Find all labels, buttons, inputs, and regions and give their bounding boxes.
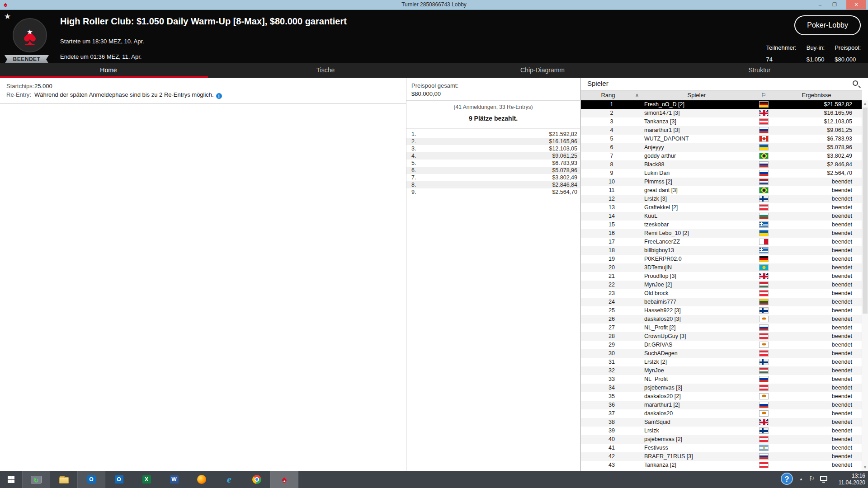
player-rank: 34 bbox=[581, 384, 642, 392]
player-rank: 28 bbox=[581, 332, 642, 341]
table-row[interactable]: 15tzeskobarbeendet bbox=[581, 221, 862, 229]
prize-place: 4. bbox=[411, 152, 416, 160]
table-row[interactable]: 17FreeLancerZZbeendet bbox=[581, 238, 862, 246]
scrollbar-thumb[interactable] bbox=[863, 108, 868, 314]
player-rank: 32 bbox=[581, 366, 642, 375]
table-row[interactable]: 42BRAER_71RUS [3]beendet bbox=[581, 452, 862, 461]
taskbar-clock[interactable]: 13:16 11.04.2020 bbox=[839, 473, 865, 486]
info-icon[interactable]: i bbox=[216, 93, 222, 99]
table-row[interactable]: 8Black88$2.846,84 bbox=[581, 160, 862, 169]
player-result: $12.103,05 bbox=[771, 117, 852, 126]
prize-amount: $6.783,93 bbox=[552, 160, 577, 167]
search-icon[interactable] bbox=[853, 80, 858, 86]
table-row[interactable]: 7goddy arthur$3.802,49 bbox=[581, 152, 862, 160]
table-row[interactable]: 27NL_Profit [2]beendet bbox=[581, 324, 862, 332]
poker-lobby-button[interactable]: Poker-Lobby bbox=[794, 15, 861, 35]
table-row[interactable]: 39Lrslzkbeendet bbox=[581, 427, 862, 435]
table-row[interactable]: 35daskalos20 [2]beendet bbox=[581, 392, 862, 401]
scroll-up-icon[interactable]: ▲ bbox=[862, 100, 868, 107]
minimize-button[interactable]: – bbox=[814, 0, 826, 9]
tab-tische[interactable]: Tische bbox=[217, 63, 434, 78]
tray-network-icon[interactable] bbox=[820, 476, 827, 481]
taskbar-app-internet-explorer[interactable]: e bbox=[216, 471, 243, 488]
player-result: beendet bbox=[771, 229, 852, 238]
table-row[interactable]: 14KuuLbeendet bbox=[581, 212, 862, 221]
table-row[interactable]: 2simon1471 [3]$16.165,96 bbox=[581, 109, 862, 117]
scroll-down-icon[interactable]: ▼ bbox=[862, 464, 868, 471]
tab-struktur[interactable]: Struktur bbox=[651, 63, 868, 78]
sort-ascending-icon[interactable]: ∧ bbox=[635, 90, 643, 100]
player-result: beendet bbox=[771, 221, 852, 229]
table-row[interactable]: 29Dr.GRIVASbeendet bbox=[581, 341, 862, 349]
table-row[interactable]: 9Lukin Dan$2.564,70 bbox=[581, 169, 862, 178]
table-row[interactable]: 37daskalos20beendet bbox=[581, 409, 862, 418]
table-row[interactable]: 21Proudflop [3]beendet bbox=[581, 272, 862, 281]
tournament-title: High Roller Club: $1.050 Daily Warm-Up [… bbox=[60, 16, 347, 27]
status-badge: BEENDET bbox=[5, 55, 49, 64]
player-rank: 16 bbox=[581, 229, 642, 238]
player-result: beendet bbox=[771, 332, 852, 341]
taskbar-app-chrome[interactable] bbox=[243, 471, 270, 488]
taskbar-app-excel[interactable]: X bbox=[133, 471, 160, 488]
table-row[interactable]: 18billbigboy13beendet bbox=[581, 246, 862, 255]
table-row[interactable]: 23Old brockbeendet bbox=[581, 289, 862, 298]
table-row[interactable]: 25Hasseh922 [3]beendet bbox=[581, 306, 862, 315]
table-row[interactable]: 38SamSquidbeendet bbox=[581, 418, 862, 427]
player-result: beendet bbox=[771, 272, 852, 281]
table-row[interactable]: 33NL_Profitbeendet bbox=[581, 375, 862, 384]
table-row[interactable]: 28CrownUpGuy [3]beendet bbox=[581, 332, 862, 341]
table-row[interactable]: 10Pimmss [2]beendet bbox=[581, 178, 862, 186]
table-row[interactable]: 203DTemujiNbeendet bbox=[581, 263, 862, 272]
taskbar-app-file-explorer[interactable] bbox=[50, 471, 77, 488]
player-rank: 40 bbox=[581, 435, 642, 444]
column-header-results[interactable]: Ergebnisse bbox=[771, 90, 862, 100]
player-name: Anjeyyy bbox=[644, 143, 753, 152]
table-row[interactable]: 30SuchADegenbeendet bbox=[581, 349, 862, 358]
column-header-rank[interactable]: Rang bbox=[581, 90, 635, 100]
table-row[interactable]: 4mararthur1 [3]$9.061,25 bbox=[581, 126, 862, 135]
taskbar-app-firefox[interactable] bbox=[188, 471, 215, 488]
stat-value: $80.000 bbox=[835, 56, 861, 63]
table-row[interactable]: 5WUTZ_DAPOINT$6.783,93 bbox=[581, 135, 862, 143]
table-row[interactable]: 6Anjeyyy$5.078,96 bbox=[581, 143, 862, 152]
table-row[interactable]: 24bebaimis777beendet bbox=[581, 298, 862, 306]
taskbar-app-outlook-2[interactable]: O bbox=[105, 471, 132, 488]
taskbar-app-pokerstars[interactable]: ♠★ bbox=[271, 471, 298, 488]
table-row[interactable]: 32MynJoebeendet bbox=[581, 366, 862, 375]
taskbar-app-outlook[interactable]: O bbox=[78, 471, 105, 488]
player-rank: 42 bbox=[581, 452, 642, 461]
taskbar-app-word[interactable]: W bbox=[160, 471, 188, 488]
tab-chip-diagramm[interactable]: Chip-Diagramm bbox=[434, 63, 651, 78]
table-row[interactable]: 11great dant [3]beendet bbox=[581, 186, 862, 195]
table-row[interactable]: 22MynJoe [2]beendet bbox=[581, 281, 862, 289]
tab-home[interactable]: Home bbox=[0, 63, 217, 78]
taskbar-app-start[interactable] bbox=[0, 471, 22, 488]
table-row[interactable]: 13Graftekkel [2]beendet bbox=[581, 203, 862, 212]
tray-flag-icon[interactable]: ⚐ bbox=[809, 475, 815, 482]
tray-expand-icon[interactable]: ▲ bbox=[799, 477, 803, 481]
player-name: mararthur1 [3] bbox=[644, 126, 753, 135]
column-header-flag-icon[interactable]: ⚐ bbox=[758, 90, 769, 100]
taskbar-app-remote-desktop[interactable]: ↻ bbox=[23, 471, 50, 488]
table-row[interactable]: 16Remi Lebo_10 [2]beendet bbox=[581, 229, 862, 238]
table-row[interactable]: 19P0KERPR02.0beendet bbox=[581, 255, 862, 263]
players-scrollbar[interactable]: ▲ ▼ bbox=[862, 100, 868, 471]
restore-button[interactable]: ❐ bbox=[828, 0, 841, 9]
table-row[interactable]: 1Fresh_oO_D [2]$21.592,82 bbox=[581, 100, 862, 109]
favorite-star-icon[interactable]: ★ bbox=[4, 12, 11, 21]
country-flag-icon bbox=[759, 230, 769, 236]
table-row[interactable]: 41Festivussbeendet bbox=[581, 444, 862, 452]
close-button[interactable]: ✕ bbox=[846, 0, 866, 9]
column-header-player[interactable]: Spieler bbox=[644, 90, 706, 100]
table-row[interactable]: 43Tankanza [2]beendet bbox=[581, 461, 862, 469]
table-row[interactable]: 3Tankanza [3]$12.103,05 bbox=[581, 117, 862, 126]
table-row[interactable]: 26daskalos20 [3]beendet bbox=[581, 315, 862, 324]
country-flag-icon bbox=[759, 402, 769, 408]
table-row[interactable]: 36mararthur1 [2]beendet bbox=[581, 401, 862, 409]
table-row[interactable]: 31Lrslzk [2]beendet bbox=[581, 358, 862, 366]
table-row[interactable]: 40psjebemvas [2]beendet bbox=[581, 435, 862, 444]
table-row[interactable]: 12Lrslzk [3]beendet bbox=[581, 195, 862, 203]
player-rank: 11 bbox=[581, 186, 642, 195]
help-icon[interactable]: ? bbox=[781, 473, 793, 485]
table-row[interactable]: 34psjebemvas [3]beendet bbox=[581, 384, 862, 392]
